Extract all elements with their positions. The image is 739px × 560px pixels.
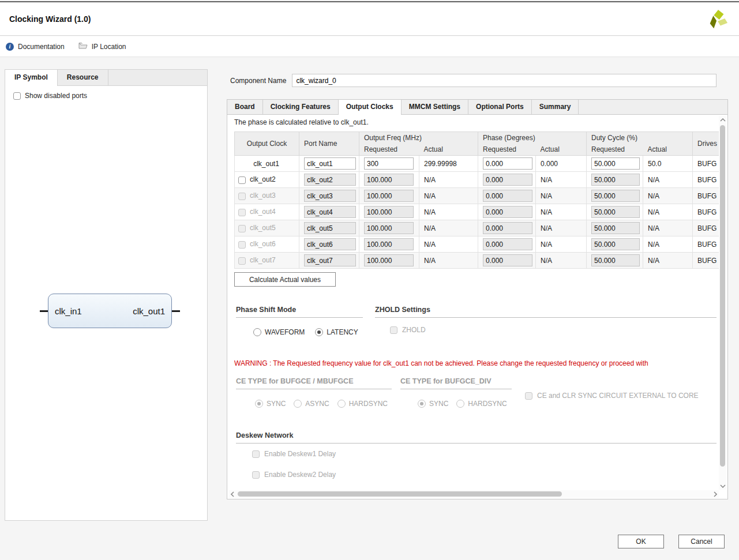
ce-clr-sync-option: CE and CLR SYNC CIRCUIT EXTERNAL TO CORE (525, 392, 699, 400)
tab-optional-ports[interactable]: Optional Ports (468, 100, 532, 114)
cancel-button[interactable]: Cancel (678, 535, 725, 548)
col-port-name: Port Name (299, 132, 359, 156)
duty-requested-input[interactable] (591, 157, 640, 170)
port-name-input (304, 254, 356, 266)
phase-requested-input (483, 222, 532, 234)
radio-option-latency[interactable]: LATENCY (315, 328, 358, 336)
zhold-settings-title: ZHOLD Settings (375, 306, 430, 314)
port-name-input[interactable] (304, 157, 356, 170)
freq-actual: N/A (419, 253, 478, 269)
ip-symbol-panel: IP Symbol Resource Show disabled ports c… (5, 69, 208, 521)
ip-location-label: IP Location (92, 43, 126, 51)
freq-requested-input[interactable] (364, 157, 414, 170)
output-clocks-table: Output Clock Port Name Output Freq (MHz)… (234, 131, 720, 269)
deskew2-label: Enable Deskew2 Delay (264, 471, 336, 479)
table-row: clk_out4N/AN/AN/ABUFG (235, 204, 721, 220)
freq-actual: N/A (419, 236, 478, 253)
clock-label: clk_out4 (250, 208, 276, 216)
title-bar: Clocking Wizard (1.0) (0, 2, 739, 36)
clock-enable-checkbox (238, 193, 246, 200)
duty-actual: N/A (643, 236, 693, 253)
phase-requested-input (483, 206, 532, 218)
duty-requested-input (591, 254, 640, 266)
duty-actual: N/A (643, 172, 693, 188)
show-disabled-ports[interactable]: Show disabled ports (13, 92, 87, 100)
scroll-down-icon[interactable] (719, 482, 726, 490)
tab-ip-symbol[interactable]: IP Symbol (5, 70, 58, 85)
zhold-option: ZHOLD (390, 326, 426, 334)
table-row: clk_out2N/AN/AN/ABUFG (235, 172, 721, 188)
radio-option-sync: SYNC (418, 400, 448, 408)
duty-requested-input (591, 190, 640, 202)
zhold-checkbox (390, 326, 397, 334)
col-group-duty: Duty Cycle (%) (587, 132, 693, 144)
tab-clocking-features[interactable]: Clocking Features (263, 100, 339, 114)
col-freq-actual: Actual (419, 144, 478, 156)
deskew-network-title: Deskew Network (236, 431, 293, 439)
phase-actual: N/A (536, 188, 587, 204)
phase-requested-input (483, 174, 532, 186)
ce-bufgce-options: SYNCASYNCHARDSYNC (255, 400, 388, 408)
symbol-input-port: clk_in1 (55, 306, 82, 316)
phase-requested-input[interactable] (483, 157, 532, 170)
phase-requested-input (483, 190, 532, 202)
phase-note: The phase is calculated relative to clk_… (234, 118, 369, 126)
deskew2-option: Enable Deskew2 Delay (252, 471, 336, 479)
clock-enable-checkbox[interactable] (238, 176, 246, 184)
duty-requested-input (591, 238, 640, 250)
phase-actual: N/A (536, 172, 587, 188)
col-output-clock: Output Clock (235, 132, 299, 156)
drives: BUFG (693, 172, 720, 188)
ce-bufgce-title: CE TYPE for BUFGCE / MBUFGCE (236, 377, 353, 385)
duty-requested-input (591, 222, 640, 234)
ip-location-button[interactable]: IP Location (78, 42, 126, 51)
component-name-label: Component Name (230, 77, 286, 85)
col-duty-actual: Actual (643, 144, 693, 156)
phase-shift-mode-title: Phase Shift Mode (236, 306, 296, 314)
symbol-right-pin (172, 310, 180, 312)
port-name-input (304, 174, 356, 186)
clock-enable-checkbox (238, 257, 246, 265)
tab-mmcm-settings[interactable]: MMCM Settings (402, 100, 468, 114)
toolbar: i Documentation IP Location (0, 36, 739, 57)
radio-label: LATENCY (327, 328, 358, 336)
radio-option-waveform[interactable]: WAVEFORM (253, 328, 305, 336)
component-name-input[interactable] (292, 74, 717, 87)
tab-summary[interactable]: Summary (532, 100, 579, 114)
freq-requested-input (364, 238, 414, 250)
tab-resource[interactable]: Resource (58, 70, 108, 85)
info-icon: i (6, 43, 14, 51)
calculate-actual-values-button[interactable]: Calculate Actual values (234, 272, 336, 287)
col-phase-actual: Actual (536, 144, 587, 156)
freq-actual: N/A (419, 172, 478, 188)
tab-output-clocks[interactable]: Output Clocks (339, 100, 402, 114)
horizontal-scrollbar-thumb[interactable] (238, 491, 562, 497)
radio-icon[interactable] (253, 328, 261, 336)
port-name-input (304, 190, 356, 202)
duty-actual: N/A (643, 204, 693, 220)
main-tabs: BoardClocking FeaturesOutput ClocksMMCM … (227, 99, 728, 114)
vertical-scrollbar[interactable] (719, 116, 726, 490)
radio-icon[interactable] (315, 328, 323, 336)
show-disabled-ports-label: Show disabled ports (25, 92, 87, 100)
port-name-input (304, 206, 356, 218)
scroll-right-icon[interactable] (711, 490, 719, 498)
show-disabled-ports-checkbox[interactable] (13, 92, 21, 100)
scroll-up-icon[interactable] (719, 116, 726, 123)
freq-actual: N/A (419, 188, 478, 204)
radio-label: SYNC (267, 400, 286, 408)
drives: BUFG (693, 156, 720, 172)
scroll-left-icon[interactable] (228, 490, 236, 498)
brand-logo-icon (707, 8, 729, 33)
drives: BUFG (693, 204, 720, 220)
tab-board[interactable]: Board (227, 100, 263, 114)
ce-bufgce-div-options: SYNCHARDSYNC (418, 400, 507, 408)
duty-actual: N/A (643, 188, 693, 204)
drives: BUFG (693, 236, 720, 253)
documentation-button[interactable]: i Documentation (6, 43, 65, 51)
horizontal-scrollbar[interactable] (228, 490, 719, 498)
col-group-freq: Output Freq (MHz) (359, 132, 478, 144)
clock-label: clk_out3 (250, 191, 276, 200)
vertical-scrollbar-thumb[interactable] (720, 125, 725, 467)
ok-button[interactable]: OK (618, 535, 664, 548)
